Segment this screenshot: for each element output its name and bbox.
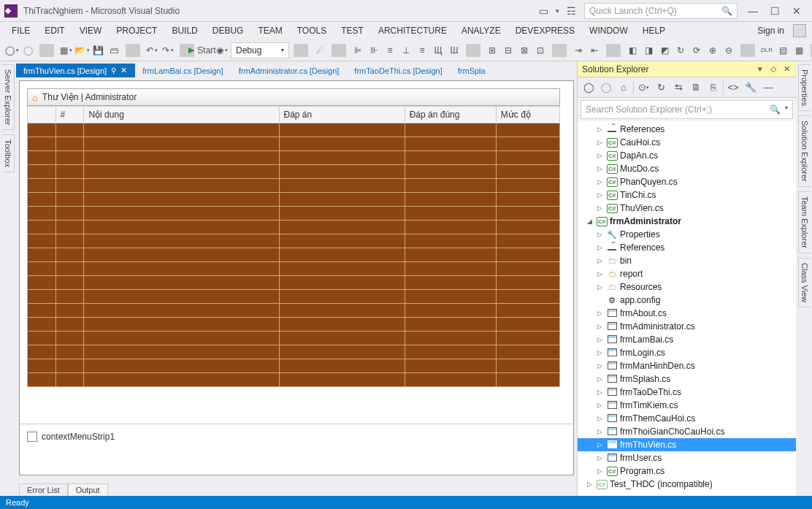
expand-icon[interactable]: ▷ [595, 375, 604, 383]
grid-header[interactable]: Đáp án [279, 107, 405, 123]
table-row[interactable] [28, 318, 560, 332]
tree-node[interactable]: ◢C#frmAdministrator [578, 215, 796, 228]
table-row[interactable] [28, 276, 560, 290]
expand-icon[interactable]: ▷ [595, 178, 604, 185]
table-row[interactable] [28, 234, 560, 248]
tree-node[interactable]: ▷frmAbout.cs [578, 307, 796, 320]
table-row[interactable] [28, 248, 560, 262]
menu-devexpress[interactable]: DEVEXPRESS [510, 23, 581, 38]
notifications-icon[interactable]: ▭ [535, 5, 552, 17]
expand-icon[interactable]: ▷ [595, 244, 604, 251]
doc-tab[interactable]: frmSpla [451, 64, 494, 77]
expand-icon[interactable]: ▷ [595, 257, 604, 264]
table-row[interactable] [28, 207, 560, 221]
size-btn-2[interactable]: ⇤ [587, 42, 602, 58]
tree-node[interactable]: ▷C#ThuVien.cs [578, 202, 796, 215]
table-row[interactable] [28, 193, 560, 207]
tree-node[interactable]: ▷frmThuVien.cs [578, 438, 796, 451]
close-button[interactable]: ✕ [786, 4, 808, 18]
tree-node[interactable]: ▷C#Test_THDC (incompatible) [578, 478, 796, 491]
doc-tab[interactable]: frmLamBai.cs [Design] [135, 64, 231, 77]
size-btn-1[interactable]: ⇥ [571, 42, 586, 58]
align-btn-2[interactable]: ⊪ [367, 42, 381, 58]
menu-analyze[interactable]: ANALYZE [456, 23, 507, 38]
dx-btn-10[interactable]: ▦ [792, 42, 806, 58]
tree-node[interactable]: ▷frmTimKiem.cs [578, 399, 796, 412]
signin-link[interactable]: Sign in [751, 23, 790, 38]
tree-node[interactable]: ▷C#TinChi.cs [578, 188, 796, 202]
sol-code-button[interactable]: <> [725, 80, 741, 96]
menu-file[interactable]: FILE [6, 23, 36, 38]
minimize-button[interactable]: — [742, 4, 764, 18]
tree-node[interactable]: ▷frmLogin.cs [578, 346, 796, 359]
undo-button[interactable]: ↶▾ [145, 42, 159, 58]
table-row[interactable] [28, 373, 560, 387]
tree-node[interactable]: ▷🗀report [578, 267, 796, 280]
browser-select-button[interactable]: ◉▾ [215, 42, 229, 58]
sol-refresh-button[interactable]: ↻ [653, 80, 669, 96]
tree-node[interactable]: ▷🗀Resources [578, 280, 796, 294]
redo-button[interactable]: ↷▾ [161, 42, 175, 58]
grid-header[interactable]: Đáp án đúng [405, 107, 496, 123]
expand-icon[interactable]: ▷ [595, 310, 604, 317]
design-scroll[interactable]: ⌂ Thư Viện | Administrator #Nội dungĐáp … [20, 81, 573, 424]
table-row[interactable] [28, 262, 560, 276]
tree-node[interactable]: ▷C#CauHoi.cs [578, 136, 796, 149]
grid-header[interactable]: Mức độ [496, 107, 559, 123]
expand-icon[interactable]: ▷ [595, 204, 604, 212]
sol-preview-button[interactable]: ⎘ [705, 80, 721, 96]
close-tab-icon[interactable]: ✕ [120, 66, 127, 75]
sol-more-button[interactable]: — [760, 80, 776, 96]
properties-tab[interactable]: Properties [798, 64, 811, 111]
tray-item-label[interactable]: contextMenuStrip1 [42, 432, 115, 442]
menu-architecture[interactable]: ARCHITECTURE [372, 23, 453, 38]
expand-icon[interactable]: ◢ [585, 218, 594, 225]
menu-window[interactable]: WINDOW [583, 23, 634, 38]
table-row[interactable] [28, 221, 560, 234]
nav-fwd-button[interactable]: ◯ [20, 42, 35, 58]
expand-icon[interactable]: ▷ [595, 270, 604, 278]
table-row[interactable] [28, 332, 560, 345]
form-canvas[interactable]: ⌂ Thư Viện | Administrator #Nội dungĐáp … [27, 88, 560, 387]
expand-icon[interactable]: ▷ [595, 283, 604, 291]
dx-btn-5[interactable]: ⟳ [689, 42, 704, 58]
quick-launch-input[interactable]: Quick Launch (Ctrl+Q) 🔍 [584, 3, 738, 19]
expand-icon[interactable]: ▷ [595, 323, 604, 330]
notifications-dropdown[interactable]: ▾ [552, 7, 562, 15]
tree-node[interactable]: ▷C#DapAn.cs [578, 149, 796, 162]
tree-node[interactable]: ▷frmThoiGianChoCauHoi.cs [578, 425, 796, 438]
sol-showall-button[interactable]: 🗎 [688, 80, 704, 96]
tree-node[interactable]: ▷frmManHinhDen.cs [578, 359, 796, 372]
tree-node[interactable]: ▷frmUser.cs [578, 451, 796, 464]
maximize-button[interactable]: ☐ [764, 4, 786, 18]
user-icon[interactable] [793, 24, 806, 37]
dx-btn-4[interactable]: ↻ [673, 42, 688, 58]
config-combo[interactable]: Debug▾ [231, 42, 289, 58]
spacing-btn-1[interactable]: ⊞ [485, 42, 499, 58]
dx-btn-3[interactable]: ◩ [657, 42, 672, 58]
solution-explorer-tab[interactable]: Solution Explorer [798, 115, 811, 187]
expand-icon[interactable]: ▷ [595, 415, 604, 422]
dx-btn-1[interactable]: ◧ [625, 42, 640, 58]
expand-icon[interactable]: ▷ [595, 454, 604, 462]
expand-icon[interactable]: ▷ [595, 428, 604, 435]
layout-btn-1[interactable]: ☄ [313, 42, 327, 58]
spacing-btn-3[interactable]: ⊠ [517, 42, 532, 58]
contextmenustrip-icon[interactable] [27, 432, 37, 442]
expand-icon[interactable]: ▷ [595, 231, 604, 238]
dx-btn-6[interactable]: ⊕ [705, 42, 720, 58]
sol-home-button[interactable]: ⌂ [616, 80, 632, 96]
menu-test[interactable]: TEST [335, 23, 369, 38]
start-debug-button[interactable]: ▶Start▾ [199, 42, 213, 58]
save-all-button[interactable]: 🗃 [107, 42, 121, 58]
expand-icon[interactable]: ▷ [595, 349, 604, 356]
data-grid[interactable]: #Nội dungĐáp ánĐáp án đúngMức độ [27, 106, 560, 387]
solution-search-input[interactable]: Search Solution Explorer (Ctrl+;) 🔍▾ [581, 100, 793, 119]
sol-sync-button[interactable]: ⊙▾ [635, 80, 651, 96]
expand-icon[interactable]: ▷ [595, 336, 604, 343]
menu-debug[interactable]: DEBUG [207, 23, 250, 38]
toolbox-tab[interactable]: Toolbox [2, 134, 15, 172]
menu-edit[interactable]: EDIT [39, 23, 70, 38]
sol-back-button[interactable]: ◯ [581, 80, 597, 96]
tree-node[interactable]: ▷frmThemCauHoi.cs [578, 412, 796, 425]
